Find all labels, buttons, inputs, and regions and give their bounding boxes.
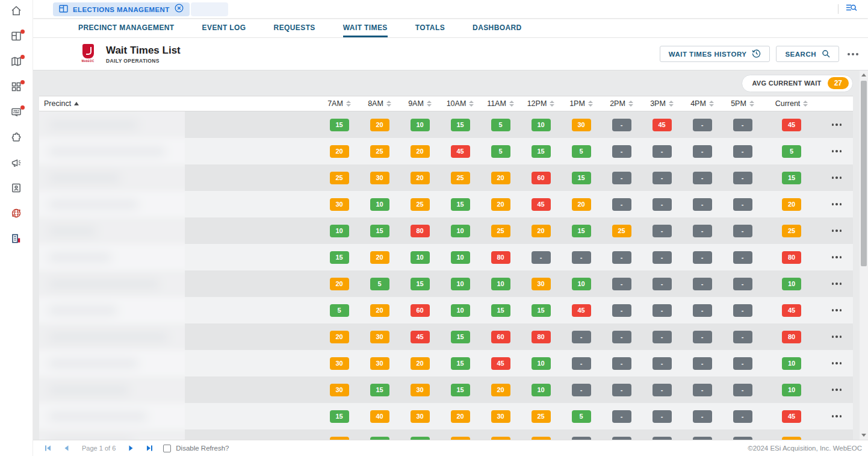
sidebar-item-boards[interactable] xyxy=(10,31,23,44)
tab-totals[interactable]: TOTALS xyxy=(415,18,445,37)
column-header-4pm[interactable]: 4PM xyxy=(682,99,722,108)
disable-refresh-label: Disable Refresh? xyxy=(176,445,229,452)
column-header-current[interactable]: Current xyxy=(763,99,820,108)
row-actions-button[interactable] xyxy=(829,411,845,421)
sidebar-item-announcements[interactable] xyxy=(10,157,23,170)
wait-time-badge: 20 xyxy=(370,119,389,131)
wait-time-badge: - xyxy=(733,172,752,184)
row-actions-button[interactable] xyxy=(829,305,845,315)
wait-time-badge: - xyxy=(612,278,631,290)
sidebar-item-home[interactable] xyxy=(10,5,23,19)
sidebar-item-organization[interactable] xyxy=(10,233,23,246)
next-page-button[interactable] xyxy=(127,443,135,453)
sort-icon xyxy=(509,101,514,107)
column-header-1pm[interactable]: 1PM xyxy=(561,99,601,108)
wait-time-badge: - xyxy=(733,251,752,264)
column-header-3pm[interactable]: 3PM xyxy=(642,99,682,108)
wait-time-badge: - xyxy=(733,410,752,423)
row-actions-button[interactable] xyxy=(829,358,845,368)
sidebar-item-globe[interactable] xyxy=(10,208,23,221)
wait-time-badge: - xyxy=(733,198,752,211)
wait-times-history-button[interactable]: WAIT TIMES HISTORY xyxy=(660,46,770,62)
pager: Page 1 of 6 xyxy=(43,443,155,453)
first-page-button[interactable] xyxy=(43,443,53,453)
wait-time-badge: 10 xyxy=(782,278,801,290)
wait-time-badge: 45 xyxy=(491,357,510,370)
search-boards-icon[interactable] xyxy=(846,3,857,15)
sort-icon xyxy=(550,101,554,107)
scroll-down-arrow[interactable] xyxy=(861,434,866,437)
precinct-name-redacted xyxy=(39,200,319,209)
sidebar-item-contacts[interactable] xyxy=(10,183,23,196)
sidebar-item-plugins[interactable] xyxy=(10,132,23,145)
column-header-11am[interactable]: 11AM xyxy=(480,99,521,108)
tab-precinct-management[interactable]: PRECINCT MANAGEMENT xyxy=(78,18,175,37)
precinct-name-redacted xyxy=(39,359,319,368)
wait-time-badge: 10 xyxy=(532,119,551,131)
contacts-icon xyxy=(10,182,22,196)
topbar-divider xyxy=(838,4,839,14)
column-header-2pm[interactable]: 2PM xyxy=(601,99,642,108)
row-actions-button[interactable] xyxy=(829,226,845,236)
row-actions-button[interactable] xyxy=(829,146,845,156)
column-header-8am[interactable]: 8AM xyxy=(359,99,400,108)
wait-time-badge: 60 xyxy=(532,172,551,184)
tab-requests[interactable]: REQUESTS xyxy=(274,18,315,37)
close-workspace-icon[interactable] xyxy=(175,4,184,15)
column-header-precinct[interactable]: Precinct xyxy=(39,99,319,108)
row-actions-button[interactable] xyxy=(829,120,845,130)
wait-time-badge: 30 xyxy=(572,119,591,131)
row-actions-button[interactable] xyxy=(829,173,845,183)
tab-wait-times[interactable]: WAIT TIMES xyxy=(343,18,388,37)
sidebar-item-apps[interactable] xyxy=(10,81,23,95)
sidebar-item-maps[interactable] xyxy=(10,56,23,69)
wait-time-badge: 20 xyxy=(491,172,510,184)
scroll-up-arrow[interactable] xyxy=(861,73,866,77)
wait-time-badge: 15 xyxy=(330,119,349,131)
sidebar-item-display[interactable] xyxy=(10,107,23,120)
wait-time-badge: 15 xyxy=(572,225,591,237)
wait-time-badge: 10 xyxy=(451,225,470,237)
wait-time-badge: - xyxy=(653,225,672,237)
wait-time-badge: 25 xyxy=(782,225,801,237)
wait-time-badge: 30 xyxy=(330,198,349,211)
wait-time-badge: 30 xyxy=(411,410,430,423)
tab-dashboard[interactable]: DASHBOARD xyxy=(473,18,522,37)
row-actions-button[interactable] xyxy=(829,332,845,342)
search-icon xyxy=(822,49,830,59)
wait-time-badge: 20 xyxy=(330,145,349,158)
disable-refresh-checkbox[interactable] xyxy=(163,445,171,452)
wait-time-badge: - xyxy=(693,145,712,158)
column-header-7am[interactable]: 7AM xyxy=(319,99,359,108)
workspace-tab-elections-management[interactable]: ELECTIONS MANAGEMENT xyxy=(53,2,190,16)
row-actions-button[interactable] xyxy=(829,252,845,262)
app-sidebar xyxy=(0,0,33,456)
wait-time-badge: 15 xyxy=(330,251,349,264)
tab-event-log[interactable]: EVENT LOG xyxy=(202,18,246,37)
column-header-10am[interactable]: 10AM xyxy=(440,99,480,108)
wait-time-badge: - xyxy=(733,357,752,370)
wait-time-badge: 20 xyxy=(572,198,591,211)
wait-time-badge: 25 xyxy=(491,225,510,237)
column-header-12pm[interactable]: 12PM xyxy=(521,99,561,108)
column-label: 2PM xyxy=(610,99,625,108)
disable-refresh-control[interactable]: Disable Refresh? xyxy=(163,445,229,452)
last-page-button[interactable] xyxy=(144,443,155,453)
column-header-5pm[interactable]: 5PM xyxy=(722,99,763,108)
avg-current-wait-pill: AVG CURRENT WAIT 27 xyxy=(742,75,853,92)
previous-page-button[interactable] xyxy=(62,443,70,453)
wait-time-badge: 20 xyxy=(370,251,389,264)
row-actions-button[interactable] xyxy=(829,385,845,395)
wait-time-badge: 80 xyxy=(411,225,430,237)
column-label: Current xyxy=(775,99,801,108)
wait-time-badge: 15 xyxy=(491,304,510,317)
organization-icon xyxy=(10,233,22,247)
avg-current-wait-value: 27 xyxy=(828,77,849,89)
more-options-button[interactable] xyxy=(845,49,861,59)
row-actions-button[interactable] xyxy=(829,279,845,289)
wait-times-table: Precinct7AM8AM9AM10AM11AM12PM1PM2PM3PM4P… xyxy=(39,96,853,440)
column-header-9am[interactable]: 9AM xyxy=(400,99,440,108)
search-button[interactable]: SEARCH xyxy=(776,46,839,62)
row-actions-button[interactable] xyxy=(829,199,845,209)
scrollbar-thumb[interactable] xyxy=(861,81,867,266)
